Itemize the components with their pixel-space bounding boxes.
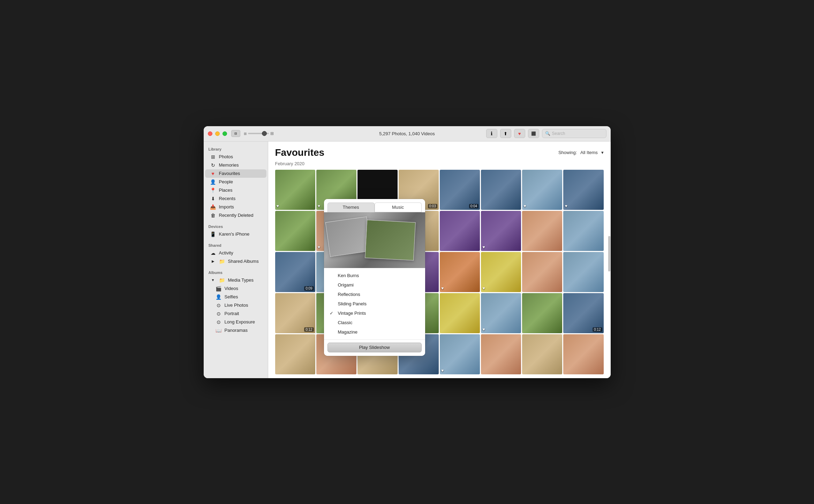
theme-item-classic[interactable]: Classic: [324, 318, 425, 327]
photo-cell[interactable]: [563, 252, 603, 292]
traffic-lights: [208, 131, 227, 136]
favorite-button[interactable]: ♥: [514, 129, 525, 138]
main-layout: Library ⊞ Photos ↻ Memories ♥ Favourites…: [204, 142, 611, 378]
albums-section-label: Albums: [204, 268, 268, 276]
selfies-icon: 👤: [216, 294, 222, 300]
preview-background: [324, 212, 425, 268]
photo-cell[interactable]: 0:12: [563, 293, 603, 333]
theme-item-reflections[interactable]: Reflections: [324, 290, 425, 299]
vintage-frame-1: [325, 216, 371, 257]
window-title: 5,297 Photos, 1,040 Videos: [379, 131, 435, 136]
photo-cell[interactable]: ♥: [440, 252, 480, 292]
vintage-frame-2: [365, 220, 416, 260]
photo-cell[interactable]: [522, 293, 562, 333]
sidebar-item-places[interactable]: 📍 Places: [205, 186, 266, 194]
titlebar-controls: ⊟ ⊞ ⊞: [231, 130, 274, 137]
photo-cell[interactable]: [522, 211, 562, 251]
photo-cell[interactable]: [440, 211, 480, 251]
sidebar-item-recents[interactable]: ⬇ Recents: [205, 194, 266, 203]
sidebar-item-label: Photos: [219, 154, 262, 159]
photo-cell[interactable]: [563, 211, 603, 251]
sidebar-item-label: Live Photos: [225, 303, 262, 308]
photo-cell[interactable]: 0:09: [275, 252, 315, 292]
slideshow-preview: [324, 212, 425, 268]
photo-cell[interactable]: 0:04: [440, 170, 480, 210]
search-bar[interactable]: 🔍 Search: [542, 129, 606, 138]
heart-badge: ♥: [441, 286, 444, 291]
photo-cell[interactable]: ♥: [481, 211, 521, 251]
scrollbar-track[interactable]: [608, 142, 611, 378]
sidebar-item-imports[interactable]: 📥 Imports: [205, 203, 266, 211]
theme-item-ken-burns[interactable]: Ken Burns: [324, 271, 425, 280]
scrollbar-thumb[interactable]: [608, 236, 610, 272]
popup-tabs: Themes Music: [324, 199, 425, 212]
photo-cell[interactable]: [522, 252, 562, 292]
duration-badge: 0:04: [469, 204, 478, 208]
sidebar-item-karens-iphone[interactable]: 📱 Karen's iPhone: [205, 230, 266, 238]
photo-cell[interactable]: ♥: [275, 170, 315, 210]
info-button[interactable]: ℹ: [486, 129, 497, 138]
heart-badge: ♥: [565, 204, 567, 208]
theme-label: Classic: [338, 320, 353, 325]
maximize-button[interactable]: [223, 131, 227, 136]
sidebar-item-memories[interactable]: ↻ Memories: [205, 161, 266, 169]
photo-cell[interactable]: ♥: [481, 252, 521, 292]
videos-icon: 🎬: [216, 286, 222, 291]
slideshow-button[interactable]: ⬛: [528, 129, 539, 138]
theme-item-origami[interactable]: Origami: [324, 280, 425, 290]
sidebar-item-panoramas[interactable]: 📖 Panoramas: [205, 326, 266, 335]
photo-cell[interactable]: [481, 334, 521, 374]
zoom-slider-thumb[interactable]: [262, 131, 267, 136]
person-icon: 👤: [210, 179, 216, 185]
sidebar-item-label: Selfies: [225, 294, 262, 299]
theme-item-magazine[interactable]: Magazine: [324, 327, 425, 337]
sidebar-item-label: Memories: [219, 162, 262, 168]
places-icon: 📍: [210, 188, 216, 193]
sidebar-item-label: Activity: [219, 250, 262, 255]
heart-badge: ♥: [277, 204, 279, 208]
photo-cell[interactable]: [440, 293, 480, 333]
media-types-icon: 📁: [219, 277, 225, 283]
theme-item-vintage-prints[interactable]: ✓Vintage Prints: [324, 308, 425, 318]
sidebar-item-selfies[interactable]: 👤 Selfies: [205, 293, 266, 301]
close-button[interactable]: [208, 131, 212, 136]
photo-grid-container[interactable]: ♥♥0:030:04♥♥♥1:09♥♥0:090:07♥♥0:120:06♥♥0…: [268, 170, 611, 378]
photo-cell[interactable]: [522, 334, 562, 374]
photo-cell[interactable]: ♥: [481, 293, 521, 333]
photo-cell[interactable]: [275, 334, 315, 374]
photo-cell[interactable]: ♥: [522, 170, 562, 210]
tab-themes[interactable]: Themes: [327, 203, 375, 212]
theme-label: Reflections: [338, 292, 360, 297]
sidebar-item-people[interactable]: 👤 People: [205, 178, 266, 186]
photo-cell[interactable]: [563, 334, 603, 374]
sidebar-item-live-photos[interactable]: ⊙ Live Photos: [205, 301, 266, 310]
heart-icon: ♥: [210, 171, 216, 176]
photo-cell[interactable]: [481, 170, 521, 210]
chevron-down-icon: ▾: [601, 150, 604, 155]
date-subtitle: February 2020: [268, 161, 611, 170]
sidebar-item-media-types[interactable]: ▼ 📁 Media Types: [205, 276, 266, 284]
theme-item-sliding-panels[interactable]: Sliding Panels: [324, 299, 425, 308]
sidebar-item-recently-deleted[interactable]: 🗑 Recently Deleted: [205, 211, 266, 220]
sidebar-item-long-exposure[interactable]: ⊙ Long Exposure: [205, 318, 266, 326]
photo-cell[interactable]: ♥: [563, 170, 603, 210]
photo-cell[interactable]: 0:12: [275, 293, 315, 333]
sidebar-item-videos[interactable]: 🎬 Videos: [205, 284, 266, 293]
sidebar-item-activity[interactable]: ☁ Activity: [205, 249, 266, 257]
sidebar-item-photos[interactable]: ⊞ Photos: [205, 153, 266, 161]
photo-cell[interactable]: ♥: [440, 334, 480, 374]
sidebar-item-shared-albums[interactable]: ▶ 📁 Shared Albums: [205, 257, 266, 266]
photo-cell[interactable]: [275, 211, 315, 251]
tab-music[interactable]: Music: [375, 203, 422, 212]
sidebar-item-label: Videos: [225, 286, 262, 291]
zoom-slider-track[interactable]: [248, 133, 269, 134]
heart-badge: ♥: [482, 245, 485, 250]
sidebar-item-label: Recents: [219, 196, 262, 201]
share-button[interactable]: ⬆: [500, 129, 511, 138]
sidebar-item-favourites[interactable]: ♥ Favourites: [205, 169, 266, 178]
sidebar-toggle[interactable]: ⊟: [231, 130, 240, 137]
sidebar-item-portrait[interactable]: ⊙ Portrait: [205, 310, 266, 318]
play-slideshow-button[interactable]: Play Slideshow: [327, 343, 422, 352]
minimize-button[interactable]: [215, 131, 220, 136]
showing-control[interactable]: Showing: All Items ▾: [558, 150, 604, 155]
